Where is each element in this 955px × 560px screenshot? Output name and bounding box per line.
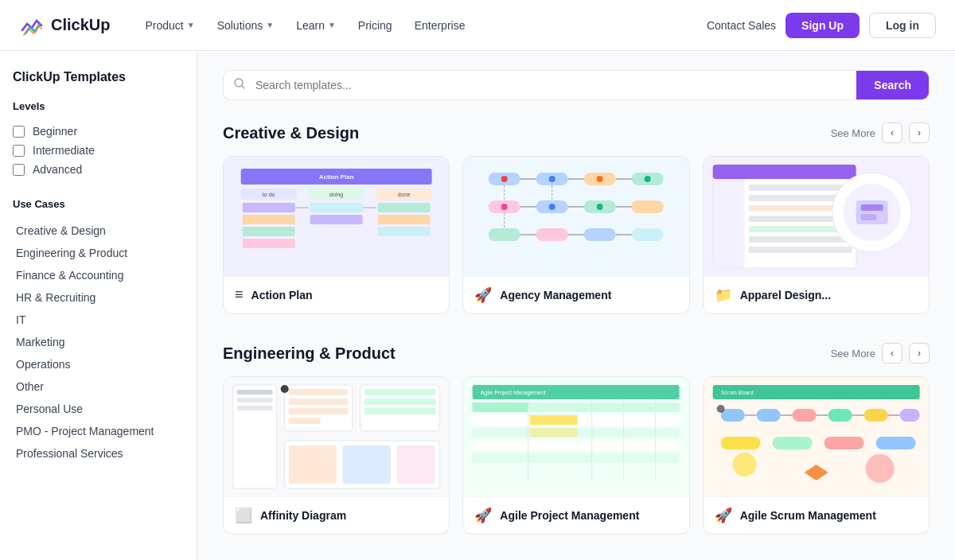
svg-rect-67 [289, 445, 337, 484]
svg-point-70 [281, 385, 289, 393]
sidebar-item-finance-accounting[interactable]: Finance & Accounting [13, 264, 184, 286]
template-card-agile-scrum[interactable]: Scrum Board [703, 376, 930, 535]
levels-label: Levels [13, 100, 184, 112]
sidebar-item-marketing[interactable]: Marketing [13, 331, 184, 353]
sidebar-item-it[interactable]: IT [13, 309, 184, 331]
svg-rect-54 [237, 390, 273, 395]
svg-text:to do: to do [263, 192, 275, 197]
page-layout: ClickUp Templates Levels Beginner Interm… [0, 51, 955, 560]
card-footer-agency: 🚀 Agency Management [463, 276, 688, 313]
prev-arrow-creative[interactable]: ‹ [882, 122, 902, 143]
next-arrow-engineering[interactable]: › [909, 343, 930, 364]
template-card-affinity[interactable]: ⬜ Affinity Diagram [223, 376, 450, 535]
card-preview-affinity [224, 377, 449, 496]
intermediate-checkbox[interactable] [13, 145, 25, 157]
sidebar-item-engineering-product[interactable]: Engineering & Product [13, 242, 184, 264]
template-card-agency[interactable]: 🚀 Agency Management [462, 156, 689, 314]
sidebar-item-professional-services[interactable]: Professional Services [13, 442, 184, 465]
svg-text:doing: doing [329, 192, 343, 198]
sidebar-item-personal-use[interactable]: Personal Use [13, 398, 184, 420]
search-icon [224, 77, 255, 93]
nav-product[interactable]: Product ▼ [135, 13, 204, 38]
nav-links: Product ▼ Solutions ▼ Learn ▼ Pricing En… [135, 13, 706, 38]
contact-sales-link[interactable]: Contact Sales [707, 19, 776, 32]
main-content: Search Creative & Design See More ‹ › [197, 51, 955, 560]
agency-icon: 🚀 [474, 286, 492, 304]
chevron-down-icon: ▼ [187, 21, 195, 29]
action-plan-name: Action Plan [251, 289, 313, 301]
svg-rect-61 [289, 418, 321, 424]
see-more-engineering[interactable]: See More [831, 348, 875, 360]
svg-rect-14 [310, 215, 363, 224]
svg-rect-13 [310, 203, 363, 212]
svg-rect-40 [748, 185, 852, 191]
sidebar-title: ClickUp Templates [13, 70, 184, 84]
creative-template-grid: Action Plan to do doing done [223, 156, 930, 314]
beginner-checkbox[interactable] [13, 126, 25, 138]
see-more-creative[interactable]: See More [831, 127, 875, 139]
engineering-product-section: Engineering & Product See More ‹ › [223, 343, 930, 535]
sidebar-item-creative-design[interactable]: Creative & Design [13, 220, 184, 242]
card-footer-affinity: ⬜ Affinity Diagram [224, 496, 449, 534]
nav-pricing[interactable]: Pricing [349, 13, 402, 38]
agile-pm-name: Agile Project Management [500, 509, 639, 522]
svg-rect-95 [720, 437, 760, 449]
svg-rect-49 [856, 200, 887, 224]
logo-icon [19, 13, 45, 38]
svg-rect-78 [473, 441, 680, 450]
svg-rect-65 [364, 408, 436, 414]
sidebar-item-pmo[interactable]: PMO - Project Management [13, 420, 184, 442]
signup-button[interactable]: Sign Up [785, 13, 860, 38]
template-card-action-plan[interactable]: Action Plan to do doing done [223, 156, 450, 314]
level-beginner[interactable]: Beginner [13, 122, 184, 141]
level-intermediate[interactable]: Intermediate [13, 141, 184, 160]
svg-text:Scrum Board: Scrum Board [720, 390, 753, 395]
svg-rect-94 [899, 409, 919, 422]
svg-rect-92 [828, 409, 852, 422]
card-preview-agency [463, 157, 688, 276]
sidebar-item-other[interactable]: Other [13, 375, 184, 398]
login-button[interactable]: Log in [869, 13, 936, 38]
search-bar: Search [223, 70, 930, 100]
action-plan-icon: ≡ [235, 286, 244, 303]
svg-rect-58 [289, 389, 349, 395]
prev-arrow-engineering[interactable]: ‹ [882, 343, 902, 364]
logo[interactable]: ClickUp [19, 13, 110, 38]
svg-rect-91 [792, 409, 816, 422]
nav-solutions[interactable]: Solutions ▼ [208, 13, 284, 38]
agile-pm-icon: 🚀 [474, 507, 492, 524]
svg-rect-81 [530, 428, 578, 438]
sidebar-item-hr-recruiting[interactable]: HR & Recruiting [13, 286, 184, 309]
sidebar-item-operations[interactable]: Operations [13, 353, 184, 375]
search-input[interactable] [255, 71, 856, 99]
level-advanced[interactable]: Advanced [13, 160, 184, 179]
svg-text:Action Plan: Action Plan [319, 173, 354, 181]
svg-rect-39 [712, 179, 744, 268]
svg-rect-68 [343, 445, 391, 484]
svg-point-35 [549, 204, 555, 210]
svg-rect-89 [720, 409, 744, 422]
advanced-checkbox[interactable] [13, 164, 25, 176]
svg-rect-38 [712, 165, 856, 179]
next-arrow-creative[interactable]: › [909, 122, 930, 143]
card-footer-agile-pm: 🚀 Agile Project Management [463, 496, 688, 534]
svg-rect-45 [748, 236, 852, 243]
card-footer-apparel: 📁 Apparel Design... [704, 276, 929, 313]
creative-design-section: Creative & Design See More ‹ › Action Pl… [223, 122, 930, 314]
engineering-section-title: Engineering & Product [223, 344, 396, 363]
search-button[interactable]: Search [856, 71, 929, 99]
svg-rect-98 [875, 437, 915, 449]
template-card-apparel[interactable]: 📁 Apparel Design... [703, 156, 930, 314]
card-preview-apparel [704, 157, 929, 276]
nav-learn[interactable]: Learn ▼ [286, 13, 345, 38]
affinity-name: Affinity Diagram [260, 509, 346, 522]
svg-rect-69 [397, 445, 435, 484]
svg-rect-79 [473, 453, 680, 463]
nav-enterprise[interactable]: Enterprise [405, 13, 475, 38]
affinity-icon: ⬜ [235, 507, 252, 524]
svg-point-32 [597, 176, 603, 182]
svg-rect-55 [237, 398, 273, 402]
template-card-agile-pm[interactable]: Agile Project Management [462, 376, 689, 535]
chevron-down-icon: ▼ [328, 21, 336, 29]
svg-rect-16 [378, 215, 431, 224]
